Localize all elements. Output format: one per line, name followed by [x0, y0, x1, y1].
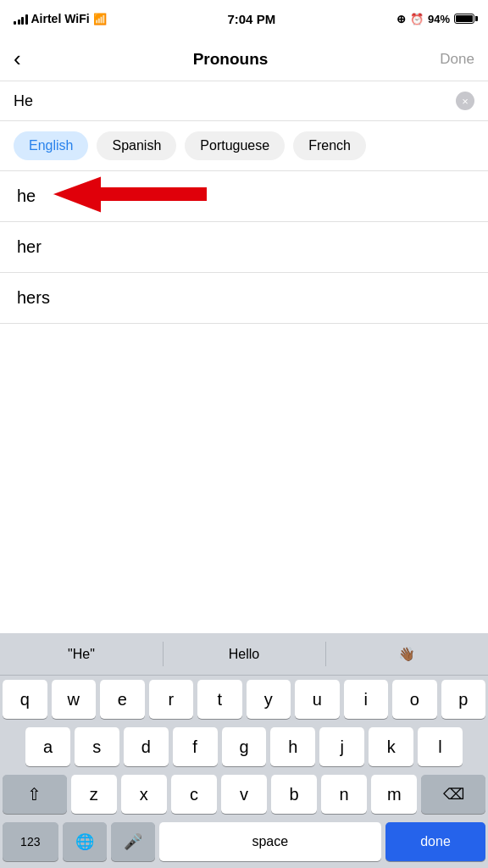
- back-button[interactable]: ‹: [14, 46, 21, 72]
- key-l[interactable]: l: [418, 727, 463, 766]
- key-o[interactable]: o: [392, 680, 437, 719]
- key-g[interactable]: g: [222, 727, 267, 766]
- arrow-annotation: [51, 171, 212, 222]
- tab-french[interactable]: French: [293, 131, 366, 160]
- key-s[interactable]: s: [75, 727, 119, 766]
- search-bar: ×: [0, 81, 488, 121]
- key-row-1: q w e r t y u i o p: [0, 676, 488, 723]
- time-label: 7:04 PM: [227, 12, 275, 26]
- status-bar: Airtel WiFi 📶 7:04 PM ⊕ ⏰ 94%: [0, 0, 488, 37]
- key-h[interactable]: h: [270, 727, 315, 766]
- key-i[interactable]: i: [344, 680, 389, 719]
- status-left: Airtel WiFi 📶: [14, 12, 107, 25]
- done-nav-button[interactable]: Done: [440, 51, 474, 68]
- key-f[interactable]: f: [173, 727, 218, 766]
- key-x[interactable]: x: [121, 775, 167, 814]
- pronoun-list: he her hers: [0, 171, 488, 324]
- key-t[interactable]: t: [197, 680, 242, 719]
- key-y[interactable]: y: [247, 680, 291, 719]
- tab-spanish[interactable]: Spanish: [97, 131, 176, 160]
- key-v[interactable]: v: [221, 775, 267, 814]
- space-key[interactable]: space: [159, 822, 381, 861]
- keyboard-done-key[interactable]: done: [385, 822, 485, 861]
- globe-key[interactable]: 🌐: [63, 822, 107, 861]
- key-w[interactable]: w: [52, 680, 97, 719]
- pronoun-item-her[interactable]: her: [0, 222, 488, 273]
- predictive-hello[interactable]: Hello: [163, 633, 325, 675]
- key-q[interactable]: q: [3, 680, 47, 719]
- key-j[interactable]: j: [319, 727, 364, 766]
- mic-key[interactable]: 🎤: [111, 822, 155, 861]
- key-e[interactable]: e: [100, 680, 145, 719]
- clock-icon: ⏰: [410, 13, 424, 25]
- pronoun-item-hers[interactable]: hers: [0, 273, 488, 324]
- key-u[interactable]: u: [295, 680, 340, 719]
- key-b[interactable]: b: [271, 775, 317, 814]
- key-row-2: a s d f g h j k l: [0, 723, 488, 771]
- key-n[interactable]: n: [321, 775, 367, 814]
- battery-icon: [454, 14, 474, 24]
- key-row-3: ⇧ z x c v b n m ⌫: [0, 771, 488, 818]
- key-m[interactable]: m: [371, 775, 417, 814]
- predictive-he[interactable]: "He": [0, 633, 163, 675]
- pronoun-text-her: her: [17, 237, 42, 257]
- key-a[interactable]: a: [25, 727, 70, 766]
- svg-marker-0: [51, 175, 208, 214]
- key-d[interactable]: d: [124, 727, 169, 766]
- bottom-row: 123 🌐 🎤 space done: [0, 818, 488, 868]
- carrier-label: Airtel WiFi: [31, 12, 90, 25]
- alarm-icon: ⊕: [396, 13, 406, 25]
- keyboard: "He" Hello 👋🏾 q w e r t y u i o p a s d …: [0, 633, 488, 868]
- search-input[interactable]: [14, 92, 456, 110]
- backspace-key[interactable]: ⌫: [421, 775, 485, 814]
- battery-percent: 94%: [428, 13, 450, 25]
- key-c[interactable]: c: [171, 775, 217, 814]
- key-p[interactable]: p: [441, 680, 486, 719]
- page-title: Pronouns: [193, 50, 269, 69]
- tab-english[interactable]: English: [14, 131, 88, 160]
- signal-icon: [14, 13, 28, 25]
- pronoun-text-hers: hers: [17, 288, 50, 308]
- numbers-key[interactable]: 123: [3, 822, 58, 861]
- pronoun-item-he[interactable]: he: [0, 171, 488, 222]
- tab-portuguese[interactable]: Portuguese: [185, 131, 285, 160]
- language-tabs: English Spanish Portuguese French: [0, 121, 488, 171]
- status-right: ⊕ ⏰ 94%: [396, 13, 474, 25]
- key-k[interactable]: k: [369, 727, 413, 766]
- nav-bar: ‹ Pronouns Done: [0, 37, 488, 81]
- predictive-bar: "He" Hello 👋🏾: [0, 633, 488, 676]
- predictive-emoji[interactable]: 👋🏾: [325, 633, 488, 675]
- wifi-icon: 📶: [93, 13, 107, 25]
- key-r[interactable]: r: [149, 680, 194, 719]
- key-z[interactable]: z: [71, 775, 117, 814]
- pronoun-text-he: he: [17, 186, 36, 206]
- shift-key[interactable]: ⇧: [3, 775, 67, 814]
- clear-button[interactable]: ×: [456, 92, 474, 110]
